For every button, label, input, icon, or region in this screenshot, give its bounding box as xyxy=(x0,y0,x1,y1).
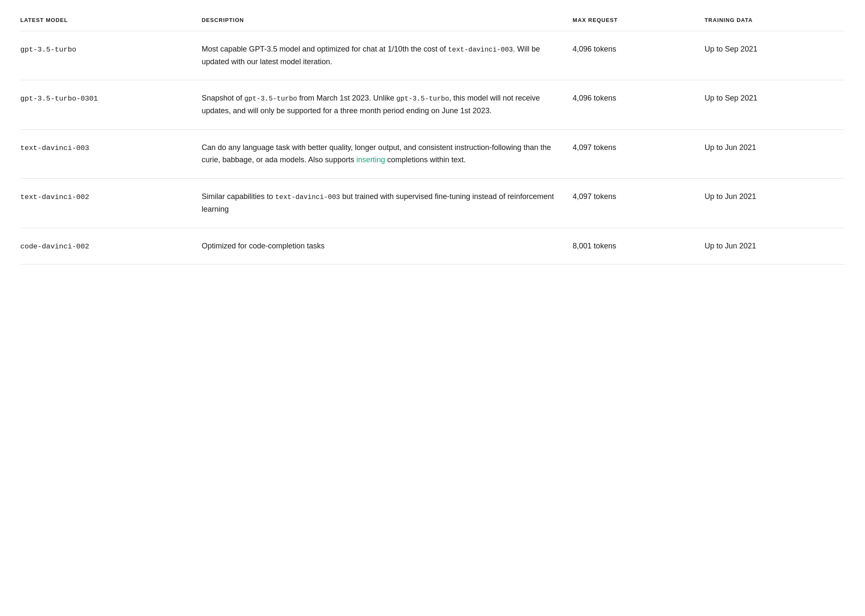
description-cell: Can do any language task with better qua… xyxy=(201,129,572,178)
model-name: code-davinci-002 xyxy=(20,243,89,251)
inline-code: text-davinci-003 xyxy=(275,194,340,201)
max-request-cell: 4,097 tokens xyxy=(573,129,705,178)
models-table: LATEST MODEL DESCRIPTION MAX REQUEST TRA… xyxy=(20,17,845,264)
model-name: gpt-3.5-turbo xyxy=(20,46,76,54)
training-data-cell: Up to Jun 2021 xyxy=(705,179,845,228)
column-header-model: LATEST MODEL xyxy=(20,17,201,31)
max-request-cell: 4,097 tokens xyxy=(573,179,705,228)
training-data-cell: Up to Sep 2021 xyxy=(705,80,845,129)
max-request-cell: 4,096 tokens xyxy=(573,80,705,129)
model-name-cell: gpt-3.5-turbo-0301 xyxy=(20,80,201,129)
description-link[interactable]: inserting xyxy=(356,155,385,164)
description-cell: Optimized for code-completion tasks xyxy=(201,228,572,264)
training-data-cell: Up to Sep 2021 xyxy=(705,31,845,80)
inline-code: gpt-3.5-turbo xyxy=(245,95,297,103)
column-header-training-data: TRAINING DATA xyxy=(705,17,845,31)
table-row: gpt-3.5-turboMost capable GPT-3.5 model … xyxy=(20,31,845,80)
description-cell: Most capable GPT-3.5 model and optimized… xyxy=(201,31,572,80)
training-data-cell: Up to Jun 2021 xyxy=(705,129,845,178)
model-name: gpt-3.5-turbo-0301 xyxy=(20,95,98,103)
table-header-row: LATEST MODEL DESCRIPTION MAX REQUEST TRA… xyxy=(20,17,845,31)
max-request-cell: 8,001 tokens xyxy=(573,228,705,264)
max-request-cell: 4,096 tokens xyxy=(573,31,705,80)
training-data-cell: Up to Jun 2021 xyxy=(705,228,845,264)
model-name: text-davinci-002 xyxy=(20,193,89,201)
inline-code: gpt-3.5-turbo xyxy=(396,95,449,103)
table-row: gpt-3.5-turbo-0301Snapshot of gpt-3.5-tu… xyxy=(20,80,845,129)
table-row: text-davinci-003Can do any language task… xyxy=(20,129,845,178)
model-name-cell: text-davinci-002 xyxy=(20,179,201,228)
model-name-cell: code-davinci-002 xyxy=(20,228,201,264)
column-header-description: DESCRIPTION xyxy=(201,17,572,31)
model-name-cell: gpt-3.5-turbo xyxy=(20,31,201,80)
table-row: code-davinci-002Optimized for code-compl… xyxy=(20,228,845,264)
description-cell: Snapshot of gpt-3.5-turbo from March 1st… xyxy=(201,80,572,129)
column-header-max-request: MAX REQUEST xyxy=(573,17,705,31)
table-row: text-davinci-002Similar capabilities to … xyxy=(20,179,845,228)
description-cell: Similar capabilities to text-davinci-003… xyxy=(201,179,572,228)
inline-code: text-davinci-003 xyxy=(448,46,513,54)
model-name-cell: text-davinci-003 xyxy=(20,129,201,178)
model-name: text-davinci-003 xyxy=(20,144,89,152)
